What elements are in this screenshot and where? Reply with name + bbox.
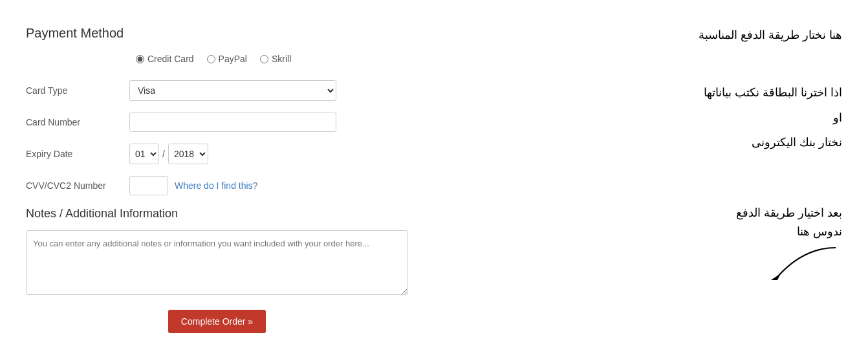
find-cvv-link[interactable]: Where do I find this? xyxy=(175,180,257,191)
card-type-input-wrapper: Visa MasterCard American Express xyxy=(129,80,336,101)
credit-card-option[interactable]: Credit Card xyxy=(136,54,194,64)
payment-form-section: Payment Method Credit Card PayPal Skrill… xyxy=(0,13,434,346)
expiry-year-select[interactable]: 2018201920202021 2022202320242025 xyxy=(168,144,208,164)
paypal-option[interactable]: PayPal xyxy=(207,54,247,64)
annotation-line-1: هنا نختار طريقة الدفع المناسبة xyxy=(460,26,842,45)
annotation-line-6: ندوس هنا xyxy=(460,222,842,241)
annotation-line-5: بعد اختيار طريقة الدفع xyxy=(460,204,842,222)
annotation-line-3: او xyxy=(460,109,842,127)
payment-options: Credit Card PayPal Skrill xyxy=(136,54,408,64)
arrow-icon xyxy=(765,244,842,283)
notes-section-title: Notes / Additional Information xyxy=(26,207,408,221)
expiry-separator: / xyxy=(162,149,165,159)
expiry-month-select[interactable]: 01020304 05060708 09101112 xyxy=(129,144,159,164)
svg-marker-0 xyxy=(771,274,781,280)
annotation-block-3: بعد اختيار طريقة الدفع ندوس هنا xyxy=(460,204,842,283)
paypal-label: PayPal xyxy=(219,54,247,64)
card-number-row: Card Number xyxy=(26,113,408,132)
card-number-label: Card Number xyxy=(26,117,129,127)
expiry-date-row: Expiry Date 01020304 05060708 09101112 /… xyxy=(26,144,408,164)
annotation-block-1: هنا نختار طريقة الدفع المناسبة xyxy=(460,26,842,45)
complete-order-button[interactable]: Complete Order » xyxy=(168,310,266,333)
annotation-block-2: اذا اخترنا البطاقة نكتب بياناتها او نختا… xyxy=(460,83,842,152)
annotation-line-4: نختار بنك اليكترونى xyxy=(460,133,842,152)
card-number-input[interactable] xyxy=(129,113,336,132)
cvv-input[interactable] xyxy=(129,176,168,195)
skrill-option[interactable]: Skrill xyxy=(260,54,291,64)
card-number-input-wrapper xyxy=(129,113,336,132)
annotation-line-2: اذا اخترنا البطاقة نكتب بياناتها xyxy=(460,83,842,102)
cvv-label: CVV/CVC2 Number xyxy=(26,180,129,191)
cvv-input-wrapper: Where do I find this? xyxy=(129,176,257,195)
payment-section-title: Payment Method xyxy=(26,26,408,41)
expiry-date-inputs: 01020304 05060708 09101112 / 20182019202… xyxy=(129,144,208,164)
skrill-radio[interactable] xyxy=(260,55,268,63)
credit-card-label: Credit Card xyxy=(147,54,194,64)
credit-card-radio[interactable] xyxy=(136,55,144,63)
expiry-date-label: Expiry Date xyxy=(26,149,129,159)
notes-section: Notes / Additional Information Complete … xyxy=(26,207,408,333)
card-type-select[interactable]: Visa MasterCard American Express xyxy=(129,80,336,101)
complete-order-container: Complete Order » xyxy=(26,310,408,333)
card-type-label: Card Type xyxy=(26,85,129,96)
notes-textarea[interactable] xyxy=(26,230,408,295)
annotation-section: هنا نختار طريقة الدفع المناسبة اذا اخترن… xyxy=(434,13,868,346)
cvv-row: CVV/CVC2 Number Where do I find this? xyxy=(26,176,408,195)
card-type-row: Card Type Visa MasterCard American Expre… xyxy=(26,80,408,101)
skrill-label: Skrill xyxy=(272,54,291,64)
paypal-radio[interactable] xyxy=(207,55,215,63)
